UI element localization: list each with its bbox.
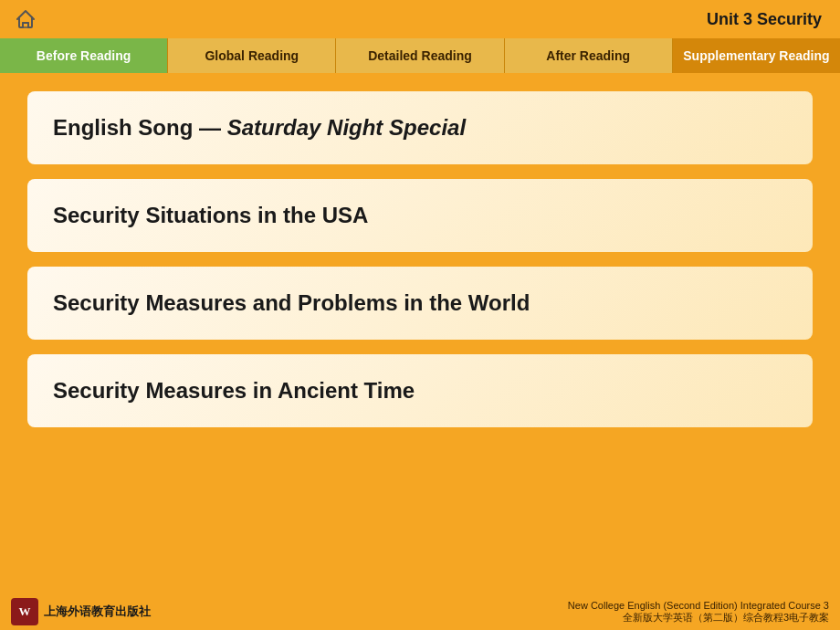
publisher-name: 上海外语教育出版社 (44, 604, 151, 620)
bottom-right-text: New College English (Second Edition) Int… (568, 600, 829, 625)
logo-icon: W (11, 598, 38, 625)
tab-supplementary-reading[interactable]: Supplementary Reading (673, 38, 840, 73)
tab-after-reading[interactable]: After Reading (505, 38, 673, 73)
bottom-bar: W 上海外语教育出版社 New College English (Second … (0, 593, 840, 630)
tab-detailed-reading[interactable]: Detailed Reading (336, 38, 504, 73)
tab-global-reading[interactable]: Global Reading (168, 38, 336, 73)
card-english-song[interactable]: English Song — Saturday Night Special (27, 91, 813, 164)
tab-before-reading[interactable]: Before Reading (0, 38, 168, 73)
card-security-ancient[interactable]: Security Measures in Ancient Time (27, 354, 813, 427)
card-security-usa[interactable]: Security Situations in the USA (27, 179, 813, 252)
top-bar: Unit 3 Security (0, 0, 840, 38)
card-security-world[interactable]: Security Measures and Problems in the Wo… (27, 267, 813, 340)
nav-tabs: Before Reading Global Reading Detailed R… (0, 38, 840, 73)
unit-title: Unit 3 Security (707, 10, 829, 29)
card-english-song-title: English Song — Saturday Night Special (53, 115, 466, 141)
publisher-logo: W 上海外语教育出版社 (11, 598, 151, 625)
home-icon[interactable] (11, 5, 40, 34)
main-content: English Song — Saturday Night Special Se… (0, 73, 840, 593)
card-security-world-title: Security Measures and Problems in the Wo… (53, 290, 530, 316)
card-security-usa-title: Security Situations in the USA (53, 203, 368, 228)
card-security-ancient-title: Security Measures in Ancient Time (53, 378, 415, 404)
